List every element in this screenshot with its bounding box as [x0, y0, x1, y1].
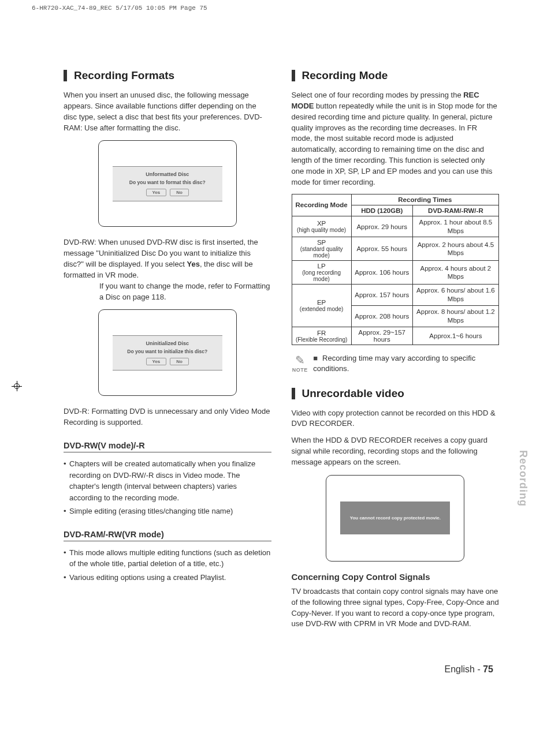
osd-title: Unformatted Disc: [116, 171, 219, 177]
osd-unformatted-disc: Unformatted Disc Do you want to format t…: [98, 140, 237, 227]
th-hdd: HDD (120GB): [351, 205, 412, 216]
registration-mark-icon: [12, 381, 23, 392]
osd-subtitle: Do you want to initialize this disc?: [116, 349, 219, 354]
heading-text: Recording Formats: [74, 69, 174, 82]
heading-text: Unrecordable video: [302, 387, 404, 400]
footer-page-number: 75: [483, 664, 493, 674]
desc-part2: If you want to change the mode, refer to…: [99, 281, 271, 303]
heading-bar-icon: [292, 70, 295, 81]
page-footer: English - 75: [64, 664, 499, 675]
mode-name: SP: [295, 239, 348, 246]
list-item: Chapters will be created automatically w…: [64, 458, 271, 503]
mode-name: XP: [295, 220, 348, 227]
th-times: Recording Times: [351, 194, 498, 205]
dvd-rw-definition: DVD-RW: When unused DVD-RW disc is first…: [64, 237, 271, 302]
heading-text: Recording Mode: [302, 69, 388, 82]
mode-sub: (standard quality mode): [295, 246, 348, 259]
list-item: Simple editing (erasing titles/changing …: [64, 506, 271, 517]
heading-bar-icon: [292, 388, 295, 399]
paragraph: When the HDD & DVD RECORDER receives a c…: [292, 435, 500, 468]
note-label: NOTE: [292, 367, 309, 373]
heading-bar-icon: [64, 70, 67, 81]
note-block: ✎ NOTE ■Recording time may vary accordin…: [292, 353, 500, 374]
cell-hdd: Approx. 208 hours: [351, 306, 412, 327]
table-row: EP(extended mode) Approx. 157 hours Appr…: [292, 285, 499, 306]
table-row: LP(long recording mode) Approx. 106 hour…: [292, 261, 499, 285]
mode-name: LP: [295, 263, 348, 270]
cell-dvd: Approx. 6 hours/ about 1.6 Mbps: [412, 285, 498, 306]
osd-title: Uninitialized Disc: [116, 340, 219, 346]
desc: Formatting DVD is unnecessary and only V…: [64, 407, 270, 426]
cell-dvd: Approx. 2 hours about 4.5 Mbps: [412, 237, 498, 261]
osd-uninitialized-disc: Uninitialized Disc Do you want to initia…: [98, 309, 237, 396]
mode-name: FR: [295, 330, 348, 336]
recording-times-table: Recording Mode Recording Times HDD (120G…: [292, 194, 500, 346]
mode-sub: (high quality mode): [295, 227, 348, 233]
th-mode: Recording Mode: [292, 194, 351, 216]
cell-hdd: Approx. 29 hours: [351, 216, 412, 237]
mode-sub: (extended mode): [295, 306, 348, 312]
side-tab-recording: Recording: [517, 450, 529, 507]
mode-sub: (Flexible Recording): [295, 336, 348, 343]
bullet-list: This mode allows multiple editing functi…: [64, 547, 271, 583]
paragraph: Video with copy protection cannot be rec…: [292, 408, 500, 430]
subheading-copy-control: Concerning Copy Control Signals: [292, 572, 500, 582]
note-text: ■Recording time may vary according to sp…: [313, 353, 499, 374]
cell-dvd: Approx. 4 hours about 2 Mbps: [412, 261, 498, 285]
intro-paragraph: Select one of four recording modes by pr…: [292, 90, 500, 188]
mode-name: EP: [295, 299, 348, 306]
subheading-dvdram-vr: DVD-RAM/-RW(VR mode): [64, 530, 271, 541]
mode-sub: (long recording mode): [295, 270, 348, 282]
list-item: This mode allows multiple editing functi…: [64, 547, 271, 570]
print-job-header: 6-HR720-XAC_74-89_REC 5/17/05 10:05 PM P…: [32, 5, 207, 12]
right-column: Recording Mode Select one of four record…: [292, 69, 500, 635]
cell-hdd: Approx. 55 hours: [351, 237, 412, 261]
osd-subtitle: Do you want to format this disc?: [116, 179, 219, 185]
left-column: Recording Formats When you insert an unu…: [64, 69, 271, 635]
paragraph: TV broadcasts that contain copy control …: [292, 586, 500, 630]
cell-hdd: Approx. 106 hours: [351, 261, 412, 285]
bullet-list: Chapters will be created automatically w…: [64, 458, 271, 517]
intro-part2: button repeatedly while the unit is in S…: [292, 102, 497, 186]
osd-message: You cannot record copy protected movie.: [345, 515, 445, 521]
intro-paragraph: When you insert an unused disc, the foll…: [64, 90, 271, 133]
list-item: Various editing options using a created …: [64, 572, 271, 583]
table-row: FR(Flexible Recording) Approx. 29~157 ho…: [292, 327, 499, 345]
osd-copy-protected: You cannot record copy protected movie.: [326, 475, 464, 562]
table-row: XP(high quality mode) Approx. 29 hours A…: [292, 216, 499, 237]
term: DVD-RW:: [64, 238, 96, 246]
section-recording-mode: Recording Mode: [292, 69, 500, 82]
th-dvd: DVD-RAM/-RW/-R: [412, 205, 498, 216]
yes-bold: Yes: [187, 260, 199, 268]
osd-no-button: No: [170, 358, 189, 365]
note-icon: ✎: [292, 353, 309, 367]
section-unrecordable-video: Unrecordable video: [292, 387, 500, 400]
section-recording-formats: Recording Formats: [64, 69, 271, 82]
cell-dvd: Approx. 1 hour about 8.5 Mbps: [412, 216, 498, 237]
osd-yes-button: Yes: [146, 358, 167, 365]
osd-no-button: No: [170, 189, 189, 196]
term: DVD-R:: [64, 407, 90, 416]
dvd-r-definition: DVD-R: Formatting DVD is unnecessary and…: [64, 406, 271, 428]
footer-language: English: [445, 664, 475, 674]
intro-part1: Select one of four recording modes by pr…: [292, 91, 464, 99]
cell-hdd: Approx. 29~157 hours: [351, 327, 412, 345]
cell-dvd: Approx.1~6 hours: [412, 327, 498, 345]
osd-yes-button: Yes: [146, 189, 167, 196]
footer-sep: -: [475, 664, 483, 674]
subheading-dvdrw-v: DVD-RW(V mode)/-R: [64, 441, 271, 452]
cell-hdd: Approx. 157 hours: [351, 285, 412, 306]
table-row: SP(standard quality mode) Approx. 55 hou…: [292, 237, 499, 261]
cell-dvd: Approx. 8 hours/ about 1.2 Mbps: [412, 306, 498, 327]
